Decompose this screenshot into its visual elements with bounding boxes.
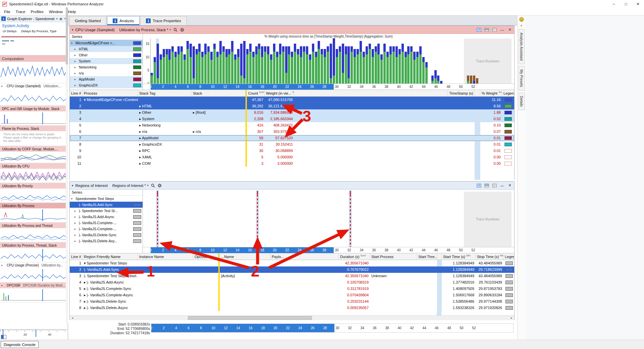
- explorer-group-dpc-isr[interactable]: ▸DPC/ISRDPC/ISR Duration by Mod...: [0, 283, 68, 288]
- tab-getting-started[interactable]: Getting Started: [69, 16, 106, 25]
- series-item-networking[interactable]: ▸Networking: [70, 64, 143, 70]
- explorer-graph-flame-by-process-stack[interactable]: Flame by Process, Stack: [0, 126, 68, 131]
- explorer-category-computation[interactable]: Computation: [0, 55, 68, 62]
- table-row[interactable]: 6▸ |- VanillaJS.Complete-Async0.07043980…: [70, 292, 514, 298]
- feedback-smiley-icon[interactable]: [519, 17, 524, 22]
- column-header-weight[interactable]: Weight (in vie...S...: [265, 90, 294, 96]
- table-only-icon[interactable]: [492, 28, 497, 32]
- series-item-appmodel[interactable]: ▸AppModel: [70, 76, 143, 82]
- tab-analysis[interactable]: 1Analysis: [107, 16, 140, 25]
- series-item-vanillajs-delete-sync[interactable]: ▸|- VanillaJS.Delete-Sync: [70, 232, 143, 238]
- explorer-thumbnail-wave[interactable]: [0, 62, 68, 83]
- table-row[interactable]: 9▸ RPC3030.0688990.01: [70, 148, 514, 154]
- panel-close-icon[interactable]: ✕: [507, 183, 512, 188]
- series-item-vanillajs-complete[interactable]: ▸|- VanillaJS.Complete-...: [70, 226, 143, 232]
- table-row[interactable]: 10▸ XAML55.0000000.00: [70, 154, 514, 160]
- table-row[interactable]: 3▸ Other▸ [Root]8,0167,934.8869341.88: [70, 109, 514, 116]
- scroll-left-arrow[interactable]: ◂: [70, 316, 75, 320]
- column-header-legend[interactable]: Legend: [502, 90, 514, 96]
- column-header-stacktag[interactable]: Stack Tag: [138, 90, 192, 96]
- explorer-header-icon[interactable]: ▾: [56, 17, 58, 20]
- search-icon[interactable]: [173, 28, 178, 32]
- table-only-icon[interactable]: [492, 184, 497, 188]
- column-header-timestamp[interactable]: TimeStamp (s): [448, 90, 475, 96]
- series-item-system[interactable]: ▸System: [70, 58, 143, 64]
- menu-item-window[interactable]: Window: [46, 9, 65, 15]
- column-header-line[interactable]: Line #: [70, 90, 83, 96]
- table-row[interactable]: 2▸ HTML36,29236,121.6775208.56: [70, 103, 514, 109]
- series-item-n-a[interactable]: ▸n/a: [70, 70, 143, 76]
- column-header-startprocess[interactable]: Start Process: [370, 253, 417, 260]
- collapse-icon[interactable]: ▾: [72, 184, 73, 187]
- table-row[interactable]: 2|- VanillaJS.Add-Sync0.7076790221.12838…: [70, 266, 514, 273]
- scrollbar-thumb[interactable]: [188, 316, 312, 320]
- table-row[interactable]: 1▾ Speedometer Test Steps42.3556710401.1…: [70, 260, 514, 266]
- table-row[interactable]: 8▸ |- VanillaJS.Delete-Async0.0092350571…: [70, 305, 514, 311]
- explorer-link-ui-delays[interactable]: UI Delays: [3, 29, 16, 33]
- panel-minimize-icon[interactable]: —: [500, 184, 504, 188]
- explorer-thumbnail-dense[interactable]: [0, 169, 68, 183]
- column-header-opname[interactable]: ...Name: [220, 253, 270, 260]
- open-in-new-window-icon[interactable]: [477, 28, 481, 32]
- explorer-graph-utilization-by-process-thread-stack[interactable]: Utilization by Process, Thread, Stack: [0, 242, 68, 248]
- column-header-pct[interactable]: % WeightSum: [480, 90, 502, 96]
- diagnostic-console-tab[interactable]: Diagnostic Console: [1, 341, 39, 348]
- menu-item-profiles[interactable]: Profiles: [28, 9, 46, 15]
- explorer-graph-utilization-by-process-and-thread[interactable]: Utilization By Process and Thread: [0, 222, 68, 228]
- table-row[interactable]: 7▸ |- VanillaJS.Delete-Sync0.2032311441.…: [70, 298, 514, 305]
- column-header-startthread[interactable]: Start Thre...: [417, 253, 437, 260]
- column-header-stack[interactable]: Stack: [192, 90, 246, 96]
- column-header-name[interactable]: Region Friendly Name: [83, 253, 138, 260]
- series-item-microsoftedgecp-exe[interactable]: ▾MicrosoftEdgeCP.exe <...: [70, 40, 143, 46]
- explorer-group-cpu-usage-precise[interactable]: ▸CPU Usage (Precise)Utilization by...: [0, 262, 68, 268]
- table-row[interactable]: 5▸ |- VanillaJS.Complete-Sync0.311781919…: [70, 286, 514, 292]
- column-header-process[interactable]: Process: [83, 90, 138, 96]
- explorer-thumbnail-sys[interactable]: [0, 34, 68, 55]
- collapse-icon[interactable]: ▾: [72, 28, 73, 32]
- series-item-vanillajs-add-sync[interactable]: |- VanillaJS.Add-Sync: [70, 202, 143, 208]
- explorer-graph-utilization-by-priority[interactable]: Utilization By Priority: [0, 183, 68, 189]
- column-header-starttime[interactable]: Start Time (s)Min: [442, 253, 476, 260]
- column-header-duration[interactable]: Duration (s)Sum: [339, 253, 370, 260]
- explorer-thumbnail-spike2[interactable]: [0, 288, 68, 302]
- overview-time-axis[interactable]: 0246810121416182022242628303234363840424…: [151, 323, 514, 333]
- column-header-legend[interactable]: Legend: [503, 253, 514, 260]
- explorer-header-icon[interactable]: ▣: [59, 17, 62, 20]
- table-row[interactable]: 3|- Speedometer Test Steps<itsel...[Acti…: [70, 273, 514, 279]
- explorer-thumbnail-blue2[interactable]: [0, 228, 68, 242]
- explorer-graph-utilization-by-process[interactable]: Utilization By Process: [0, 203, 68, 208]
- explorer-thumbnail-cursor[interactable]: [0, 248, 68, 262]
- side-tab-analysis-assistant[interactable]: Analysis Assistant: [519, 29, 525, 64]
- dock-menu-arrow[interactable]: ▾: [521, 24, 522, 27]
- regions-chart[interactable]: Trace Rundown 02468101214161820222426283…: [143, 190, 514, 253]
- column-header-opcode[interactable]: Opcode: [193, 253, 218, 260]
- gear-icon[interactable]: [180, 28, 184, 32]
- regions-preset-dropdown[interactable]: Regions of Interest *▾: [112, 184, 149, 188]
- column-header-instance[interactable]: Instance Name: [138, 253, 193, 260]
- side-tab-my-presets[interactable]: My Presets: [519, 66, 525, 91]
- horizontal-scrollbar[interactable]: ◂ ▸: [70, 315, 514, 320]
- series-item-speedometer-test-steps[interactable]: ▾Speedometer Test Steps: [70, 196, 143, 202]
- series-item-graphicsdx[interactable]: ▸GraphicsDX: [70, 82, 143, 88]
- table-row[interactable]: 8▸ GraphicsDX3130.1524110.01: [70, 141, 514, 148]
- explorer-group-cpu-usage-sampled[interactable]: ▸CPU Usage (Sampled)Utilization...: [0, 83, 68, 89]
- explorer-graph-dpc-and-isr-usage-by-module-stack[interactable]: DPC and ISR Usage by Module, Stack: [0, 106, 68, 111]
- graph-and-table-icon[interactable]: [484, 184, 489, 188]
- gear-icon[interactable]: [157, 183, 162, 188]
- series-item-vanillajs-complete[interactable]: ▸|- VanillaJS.Complete-...: [70, 220, 143, 226]
- explorer-thumbnail-wave2[interactable]: [0, 89, 68, 106]
- menu-item-file[interactable]: File: [1, 9, 13, 15]
- column-header-payload[interactable]: Paylo...: [270, 253, 339, 260]
- table-row[interactable]: 6▸ n/a▸ n/a307303.9737750.07: [70, 129, 514, 135]
- open-in-new-window-icon[interactable]: [477, 184, 481, 188]
- restore-button[interactable]: □: [620, 0, 632, 8]
- table-row[interactable]: 5▸ Networking416408.2634720.10: [70, 122, 514, 129]
- column-header-count[interactable]: CountSum: [247, 90, 265, 96]
- explorer-scrollbar[interactable]: [66, 7, 68, 323]
- minimize-button[interactable]: –: [608, 0, 620, 8]
- series-item-speedometer-test-st[interactable]: ▸|- Speedometer Test St...: [70, 208, 143, 214]
- scrollbar-thumb[interactable]: [66, 7, 68, 64]
- series-item-vanillajs-delete-asy[interactable]: ▸|- VanillaJS.Delete-Asy...: [70, 238, 143, 244]
- explorer-thumbnail-spike[interactable]: [0, 111, 68, 126]
- docked-window-icon[interactable]: [1, 335, 6, 339]
